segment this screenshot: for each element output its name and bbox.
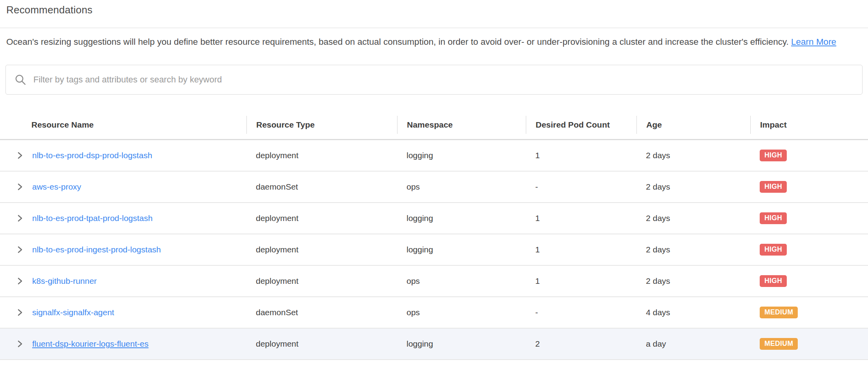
pod-count-cell: 1 <box>526 245 636 254</box>
resource-type-cell: deployment <box>246 276 397 286</box>
namespace-cell: ops <box>397 308 526 317</box>
resource-type-cell: daemonSet <box>246 182 397 192</box>
table-row[interactable]: k8s-github-runner deployment ops 1 2 day… <box>0 266 868 297</box>
page-title: Recommendations <box>6 4 862 16</box>
table-row[interactable]: signalfx-signalfx-agent daemonSet ops - … <box>0 297 868 329</box>
age-cell: 2 days <box>636 276 750 286</box>
column-header-desired-pod-count: Desired Pod Count <box>526 116 636 134</box>
namespace-cell: logging <box>397 214 526 223</box>
impact-badge: HIGH <box>760 181 787 193</box>
description: Ocean's resizing suggestions will help y… <box>6 35 862 49</box>
namespace-cell: ops <box>397 276 526 286</box>
table-row[interactable]: aws-es-proxy daemonSet ops - 2 days HIGH <box>0 172 868 203</box>
age-cell: 2 days <box>636 214 750 223</box>
pod-count-cell: - <box>526 182 636 192</box>
age-cell: 2 days <box>636 245 750 254</box>
chevron-right-icon[interactable] <box>16 308 24 317</box>
description-text: Ocean's resizing suggestions will help y… <box>6 37 791 47</box>
column-header-age: Age <box>636 116 750 134</box>
learn-more-link[interactable]: Learn More <box>791 37 836 47</box>
resource-name-link[interactable]: k8s-github-runner <box>32 276 97 286</box>
namespace-cell: ops <box>397 182 526 192</box>
namespace-cell: logging <box>397 151 526 160</box>
resource-type-cell: daemonSet <box>246 308 397 317</box>
column-header-resource-name: Resource Name <box>0 116 246 134</box>
table-row[interactable]: nlb-to-es-prod-tpat-prod-logstash deploy… <box>0 203 868 234</box>
resource-type-cell: deployment <box>246 339 397 349</box>
search-icon <box>15 74 26 86</box>
recommendations-table: Resource Name Resource Type Namespace De… <box>0 110 868 360</box>
namespace-cell: logging <box>397 245 526 254</box>
chevron-right-icon[interactable] <box>16 277 24 285</box>
age-cell: 2 days <box>636 182 750 192</box>
resource-name-link[interactable]: aws-es-proxy <box>32 182 81 192</box>
resource-type-cell: deployment <box>246 151 397 160</box>
resource-type-cell: deployment <box>246 245 397 254</box>
search-input[interactable] <box>33 75 853 85</box>
resource-name-link[interactable]: nlb-to-es-prod-tpat-prod-logstash <box>32 214 153 223</box>
search-box[interactable] <box>5 65 863 95</box>
age-cell: 2 days <box>636 151 750 160</box>
namespace-cell: logging <box>397 339 526 349</box>
table-row[interactable]: fluent-dsp-kourier-logs-fluent-es deploy… <box>0 329 868 360</box>
chevron-right-icon[interactable] <box>16 183 24 191</box>
pod-count-cell: 2 <box>526 339 636 349</box>
chevron-right-icon[interactable] <box>16 340 24 348</box>
impact-badge: MEDIUM <box>760 338 798 350</box>
resource-type-cell: deployment <box>246 214 397 223</box>
column-header-impact: Impact <box>750 116 868 134</box>
chevron-right-icon[interactable] <box>16 245 24 254</box>
age-cell: 4 days <box>636 308 750 317</box>
impact-badge: MEDIUM <box>760 307 798 318</box>
chevron-right-icon[interactable] <box>16 214 24 223</box>
impact-badge: HIGH <box>760 212 787 224</box>
pod-count-cell: - <box>526 308 636 317</box>
impact-badge: HIGH <box>760 275 787 287</box>
resource-name-link[interactable]: fluent-dsp-kourier-logs-fluent-es <box>32 339 148 349</box>
impact-badge: HIGH <box>760 150 787 161</box>
resource-name-link[interactable]: nlb-to-es-prod-dsp-prod-logstash <box>32 151 152 160</box>
table-row[interactable]: nlb-to-es-prod-dsp-prod-logstash deploym… <box>0 140 868 172</box>
recommendations-page: Recommendations Ocean's resizing suggest… <box>0 0 868 369</box>
pod-count-cell: 1 <box>526 276 636 286</box>
chevron-right-icon[interactable] <box>16 151 24 160</box>
resource-name-link[interactable]: signalfx-signalfx-agent <box>32 308 114 317</box>
impact-badge: HIGH <box>760 244 787 256</box>
column-header-namespace: Namespace <box>397 116 526 134</box>
page-header: Recommendations <box>0 0 868 28</box>
pod-count-cell: 1 <box>526 214 636 223</box>
table-header-row: Resource Name Resource Type Namespace De… <box>0 110 868 140</box>
table-row[interactable]: nlb-to-es-prod-ingest-prod-logstash depl… <box>0 234 868 266</box>
column-header-resource-type: Resource Type <box>246 116 397 134</box>
age-cell: a day <box>636 339 750 349</box>
pod-count-cell: 1 <box>526 151 636 160</box>
resource-name-link[interactable]: nlb-to-es-prod-ingest-prod-logstash <box>32 245 161 254</box>
